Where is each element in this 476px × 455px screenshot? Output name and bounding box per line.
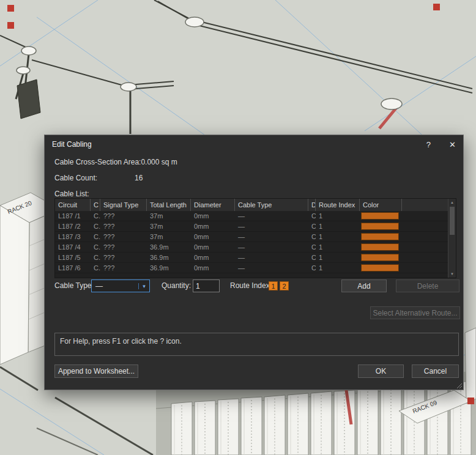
col-d[interactable]: D <box>308 199 316 211</box>
select-alternative-route-button[interactable]: Select Alternative Route... <box>370 306 460 319</box>
col-c[interactable]: C <box>91 199 100 211</box>
route-badge-2[interactable]: 2 <box>280 281 289 290</box>
table-cell: — <box>235 211 308 221</box>
table-cell: 1 <box>316 221 360 231</box>
cable-type-label: Cable Type: <box>54 281 94 290</box>
scroll-track[interactable] <box>448 235 456 270</box>
col-total-length[interactable]: Total Length <box>147 199 191 211</box>
cross-section-label: Cable Cross-Section Area: <box>54 158 141 166</box>
table-cell: ??? <box>100 232 147 242</box>
table-cell: C. <box>91 211 100 221</box>
table-cell: 1 <box>316 242 360 252</box>
table-cell: L187 /5 <box>55 253 91 262</box>
route-badge-1[interactable]: 1 <box>269 281 278 290</box>
table-cell: L187 /4 <box>55 242 91 252</box>
table-cell: 0mm <box>191 232 235 242</box>
cable-row-3[interactable]: L187 /3C.???37m0mm—C.1 <box>55 232 448 242</box>
color-cell <box>360 263 402 273</box>
cable-row-2[interactable]: L187 /2C.???37m0mm—C.1 <box>55 221 448 232</box>
cable-row-5[interactable]: L187 /5C.???36.9m0mm—C.1 <box>55 253 448 263</box>
table-cell: — <box>235 221 308 231</box>
table-cell: 0mm <box>191 211 235 221</box>
help-text-box: For Help, press F1 or click the ? icon. <box>54 333 459 356</box>
cable-type-select[interactable]: — ▾ <box>91 279 150 292</box>
add-button[interactable]: Add <box>341 279 387 292</box>
col-filler <box>402 199 448 211</box>
help-text: For Help, press F1 or click the ? icon. <box>60 337 182 346</box>
route-index-label: Route Index: <box>230 281 272 290</box>
table-scrollbar[interactable]: ▲ ▼ <box>448 199 456 278</box>
color-cell <box>360 253 402 262</box>
table-cell: C. <box>308 242 316 252</box>
help-icon[interactable]: ? <box>426 140 431 149</box>
table-header: Circuit C Signal Type Total Length Diame… <box>55 199 448 211</box>
color-swatch[interactable] <box>361 264 399 272</box>
table-cell: C. <box>91 263 100 273</box>
cable-list-table[interactable]: Circuit C Signal Type Total Length Diame… <box>54 198 456 278</box>
ok-button[interactable]: OK <box>358 364 404 378</box>
resize-grip[interactable] <box>456 382 462 388</box>
table-cell: — <box>235 232 308 242</box>
table-cell: C. <box>308 221 316 231</box>
color-swatch[interactable] <box>361 223 399 230</box>
cancel-button[interactable]: Cancel <box>412 364 459 378</box>
rack-right-edge <box>465 328 476 404</box>
cable-row-4[interactable]: L187 /4C.???36.9m0mm—C.1 <box>55 242 448 253</box>
cross-section-row: Cable Cross-Section Area: 0.000 sq m <box>54 158 177 166</box>
table-cell: 1 <box>316 263 360 273</box>
scroll-down-icon[interactable]: ▼ <box>448 270 456 278</box>
table-cell: L187 /3 <box>55 232 91 242</box>
delete-button[interactable]: Delete <box>396 279 459 292</box>
col-color[interactable]: Color <box>360 199 402 211</box>
scroll-up-icon[interactable]: ▲ <box>448 199 456 206</box>
col-diameter[interactable]: Diameter <box>191 199 235 211</box>
scroll-thumb[interactable] <box>450 207 455 235</box>
color-swatch[interactable] <box>361 233 399 240</box>
cable-count-label: Cable Count: <box>54 174 135 182</box>
dialog-titlebar[interactable]: Edit Cabling ? ✕ <box>45 135 463 154</box>
col-circuit[interactable]: Circuit <box>55 199 91 211</box>
table-cell: 0mm <box>191 263 235 273</box>
color-swatch[interactable] <box>361 243 399 251</box>
cable-count-row: Cable Count: 16 <box>54 174 143 182</box>
equipment-box <box>17 80 40 119</box>
table-cell: — <box>235 253 308 262</box>
table-cell: — <box>235 263 308 273</box>
col-cable-type[interactable]: Cable Type <box>235 199 308 211</box>
table-cell: L187 /1 <box>55 211 91 221</box>
cable-type-value: — <box>92 282 138 290</box>
cable-row-1[interactable]: L187 /1C.???37m0mm—C.1 <box>55 211 448 221</box>
table-cell: 36.9m <box>147 263 191 273</box>
table-cell: 36.9m <box>147 242 191 252</box>
cable-table-body: L187 /1C.???37m0mm—C.1L187 /2C.???37m0mm… <box>55 211 448 278</box>
table-cell: — <box>235 242 308 252</box>
application-window: RACK 20 RACK 09 Edit Cabling ? ✕ <box>0 0 476 455</box>
close-icon[interactable]: ✕ <box>449 140 456 149</box>
edit-cabling-dialog: Edit Cabling ? ✕ Cable Cross-Section Are… <box>44 135 464 390</box>
table-cell: ??? <box>100 263 147 273</box>
row-filler <box>402 253 448 262</box>
cable-count-value: 16 <box>135 174 143 182</box>
row-filler <box>402 242 448 252</box>
cable-list-row: Cable List: <box>54 190 135 198</box>
table-cell: 36.9m <box>147 253 191 262</box>
append-to-worksheet-button[interactable]: Append to Worksheet... <box>54 364 138 378</box>
quantity-input[interactable] <box>193 279 220 292</box>
table-cell: 37m <box>147 211 191 221</box>
col-route-index[interactable]: Route Index <box>316 199 360 211</box>
cable-row-6[interactable]: L187 /6C.???36.9m0mm—C.1 <box>55 263 448 273</box>
chevron-down-icon[interactable]: ▾ <box>138 283 149 289</box>
table-cell: ??? <box>100 253 147 262</box>
table-cell: C. <box>308 263 316 273</box>
table-cell: 0mm <box>191 253 235 262</box>
color-swatch[interactable] <box>361 212 399 220</box>
color-cell <box>360 211 402 221</box>
table-cell: 1 <box>316 253 360 262</box>
table-cell: 37m <box>147 221 191 231</box>
color-cell <box>360 221 402 231</box>
col-signal-type[interactable]: Signal Type <box>100 199 147 211</box>
color-cell <box>360 242 402 252</box>
color-swatch[interactable] <box>361 254 399 261</box>
color-cell <box>360 232 402 242</box>
cross-section-value: 0.000 sq m <box>141 158 177 166</box>
